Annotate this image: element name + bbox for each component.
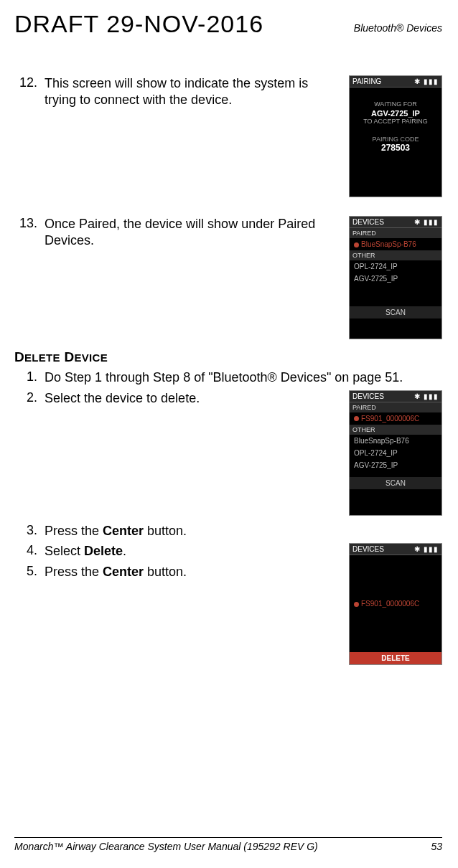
scan-bar: SCAN [350,306,441,319]
step-text: Select Delete. [45,543,343,560]
status-icons: ✱ ▮▮▮ [414,392,439,400]
other-device: OPL-2724_IP [350,260,441,273]
step-text: Press the Center button. [45,523,442,539]
pairing-code: 278503 [352,143,439,153]
waiting-device: AGV-2725_IP [352,109,439,118]
other-header: OTHER [350,250,441,260]
screen-title: DEVICES [352,545,384,553]
waiting-suffix: TO ACCEPT PAIRING [352,118,439,126]
delete-device-heading: DELETE DEVICE [14,349,442,365]
delete-bar: DELETE [350,652,441,664]
other-header: OTHER [350,425,441,435]
status-icons: ✱ ▮▮▮ [414,77,439,85]
other-device: OPL-2724_IP [350,447,441,459]
status-icons: ✱ ▮▮▮ [414,218,439,226]
section-label: Bluetooth® Devices [354,22,442,34]
pairing-code-label: PAIRING CODE [352,136,439,143]
paired-device: FS901_0000006C [350,412,441,425]
footer-title: Monarch™ Airway Clearance System User Ma… [14,841,318,852]
paired-header: PAIRED [350,402,441,412]
step-text: Once Paired, the device will show under … [45,216,343,248]
draft-stamp: DRAFT 29-NOV-2016 [14,10,263,38]
step-text: Do Step 1 through Step 8 of "Bluetooth® … [45,369,442,386]
other-device: AGV-2725_IP [350,273,441,285]
step-number: 12. [14,75,37,90]
selected-device: FS901_0000006C [350,598,441,610]
step-text: This screen will show to indicate the sy… [45,75,343,108]
delete-screenshot: DEVICES ✱ ▮▮▮ FS901_0000006C DELETE [349,543,442,665]
paired-device: BlueSnapSp-B76 [350,238,441,250]
screen-title: DEVICES [352,392,384,400]
pairing-screenshot: PAIRING ✱ ▮▮▮ WAITING FOR AGV-2725_IP TO… [349,75,442,197]
delete-step-1: 1. Do Step 1 through Step 8 of "Bluetoot… [14,369,442,386]
step-13-block: 13. Once Paired, the device will show un… [14,216,442,339]
page-footer: Monarch™ Airway Clearance System User Ma… [14,837,442,852]
step-12-block: 12. This screen will show to indicate th… [14,75,442,197]
delete-step-3: 3. Press the Center button. [14,523,442,539]
page-number: 53 [431,841,442,852]
step-number: 3. [14,523,37,538]
scan-bar: SCAN [350,477,441,489]
waiting-label: WAITING FOR [352,100,439,109]
status-icons: ✱ ▮▮▮ [414,545,439,553]
other-device: BlueSnapSp-B76 [350,435,441,447]
delete-step-45-block: 4. Select Delete. 5. Press the Center bu… [14,543,442,665]
devices-select-screenshot: DEVICES ✱ ▮▮▮ PAIRED FS901_0000006C OTHE… [349,390,442,516]
paired-header: PAIRED [350,228,441,238]
screen-title: PAIRING [352,77,381,85]
step-text: Press the Center button. [45,564,343,580]
step-number: 4. [14,543,37,558]
page-header: DRAFT 29-NOV-2016 Bluetooth® Devices [14,10,442,38]
devices-screenshot: DEVICES ✱ ▮▮▮ PAIRED BlueSnapSp-B76 OTHE… [349,216,442,339]
step-number: 1. [14,369,37,385]
step-number: 13. [14,216,37,231]
step-text: Select the device to delete. [45,390,343,407]
step-number: 5. [14,564,37,579]
screen-title: DEVICES [352,218,384,226]
other-device: AGV-2725_IP [350,459,441,471]
delete-step-2-block: 2. Select the device to delete. DEVICES … [14,390,442,516]
step-number: 2. [14,390,37,405]
